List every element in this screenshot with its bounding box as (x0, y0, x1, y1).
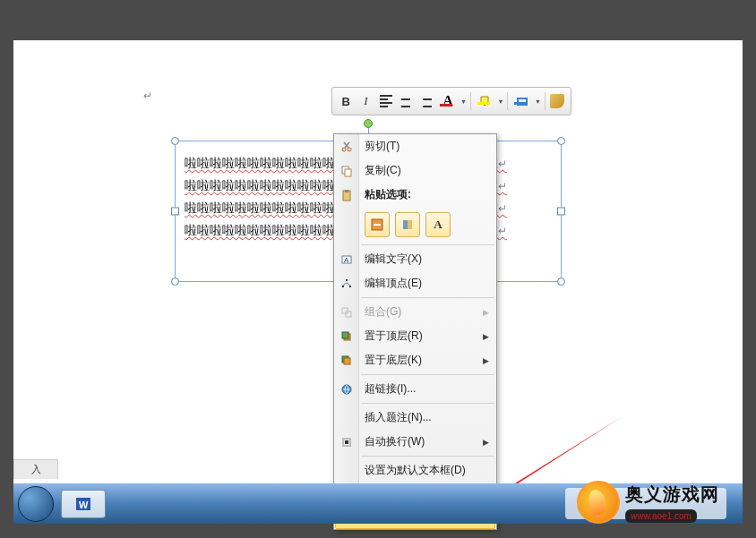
menu-set-default-textbox[interactable]: 设置为默认文本框(D) (334, 458, 496, 482)
svg-rect-18 (344, 358, 350, 364)
italic-button[interactable]: I (357, 91, 374, 111)
paste-keep-source[interactable] (365, 212, 390, 237)
menu-insert-caption[interactable]: 插入题注(N)... (334, 406, 496, 430)
resize-handle-ne[interactable] (557, 137, 565, 145)
align-right-button[interactable] (417, 91, 434, 111)
hyperlink-icon (339, 381, 355, 397)
watermark-title: 奥义游戏网 (625, 482, 719, 507)
start-button[interactable] (18, 486, 54, 522)
paste-merge[interactable] (395, 212, 420, 237)
paste-options-row: A (334, 207, 496, 243)
svg-rect-11 (346, 279, 348, 281)
taskbar-word-icon[interactable]: W (61, 490, 106, 518)
resize-handle-nw[interactable] (171, 137, 179, 145)
copy-icon (339, 163, 355, 179)
wrap-icon (339, 434, 355, 450)
chevron-down-icon[interactable]: ▼ (460, 98, 467, 105)
send-back-icon (339, 353, 355, 369)
edit-points-icon (339, 276, 355, 292)
rotation-handle[interactable] (364, 119, 373, 128)
group-icon (339, 304, 355, 320)
menu-cut[interactable]: 剪切(T) (334, 134, 496, 158)
status-tab[interactable]: 入 (13, 459, 58, 479)
align-left-button[interactable] (377, 91, 393, 111)
svg-rect-16 (342, 332, 348, 338)
menu-send-back[interactable]: 置于底层(K)▶ (334, 348, 496, 372)
svg-text:A: A (344, 256, 349, 264)
svg-rect-4 (345, 169, 351, 176)
align-center-button[interactable] (398, 91, 414, 111)
chevron-down-icon[interactable]: ▼ (497, 98, 503, 105)
mini-toolbar: B I A ▼ ▼ ▼ (331, 87, 571, 115)
chevron-down-icon[interactable]: ▼ (535, 98, 541, 105)
menu-bring-front[interactable]: 置于顶层(R)▶ (334, 324, 496, 348)
watermark-url: www.aoe1.com (625, 509, 697, 523)
resize-handle-e[interactable] (557, 208, 565, 216)
menu-paste-options-label: 粘贴选项: (334, 183, 496, 207)
svg-text:W: W (79, 500, 89, 510)
svg-rect-12 (349, 286, 351, 287)
resize-handle-sw[interactable] (171, 278, 179, 286)
bring-front-icon (339, 329, 355, 345)
edit-text-icon: A (339, 252, 355, 268)
svg-rect-13 (342, 308, 348, 313)
bold-button[interactable]: B (338, 91, 354, 111)
shape-outline-button[interactable] (511, 95, 533, 107)
flame-icon (577, 481, 620, 524)
resize-handle-w[interactable] (171, 208, 179, 216)
watermark-logo: 奥义游戏网 www.aoe1.com (577, 466, 756, 538)
highlight-button[interactable] (475, 95, 496, 107)
format-painter-button[interactable] (549, 91, 565, 111)
scissors-icon (339, 139, 355, 155)
svg-rect-14 (346, 312, 351, 317)
svg-point-2 (348, 148, 351, 151)
svg-point-1 (342, 148, 346, 151)
svg-rect-20 (345, 440, 348, 444)
svg-rect-10 (342, 286, 344, 287)
clipboard-icon (339, 187, 355, 203)
font-color-button[interactable]: A (437, 93, 459, 109)
menu-edit-points[interactable]: 编辑顶点(E) (334, 271, 496, 295)
resize-handle-se[interactable] (557, 278, 565, 286)
menu-group: 组合(G)▶ (334, 300, 496, 324)
paste-text-only[interactable]: A (425, 212, 451, 237)
menu-copy[interactable]: 复制(C) (334, 158, 496, 183)
svg-rect-6 (345, 190, 348, 192)
menu-hyperlink[interactable]: 超链接(I)... (334, 377, 496, 401)
menu-wrap-text[interactable]: 自动换行(W)▶ (334, 430, 496, 454)
context-menu: 剪切(T) 复制(C) 粘贴选项: A A 编辑文字(X) 编辑顶点(E) 组合… (333, 133, 497, 530)
paragraph-mark: ↵ (143, 90, 152, 102)
menu-edit-text[interactable]: A 编辑文字(X) (334, 247, 496, 271)
